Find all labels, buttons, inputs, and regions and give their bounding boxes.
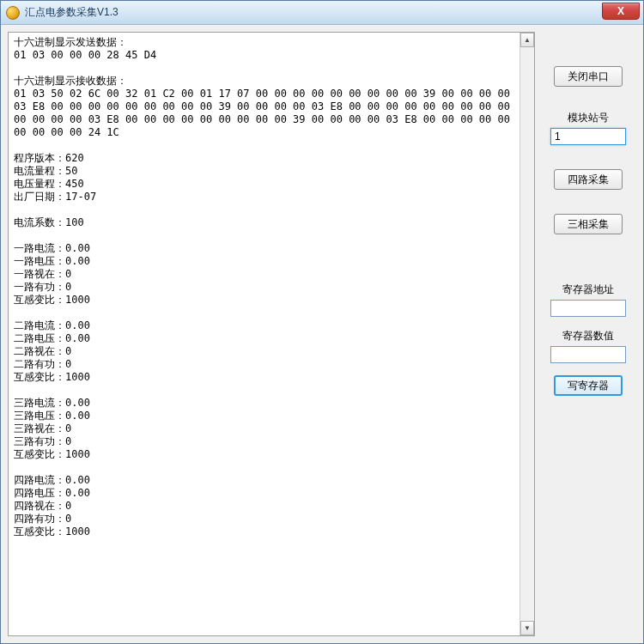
register-value-label: 寄存器数值 [562,329,614,343]
titlebar: 汇点电参数采集V1.3 X [1,1,643,25]
register-address-label: 寄存器地址 [562,283,614,297]
four-channel-button[interactable]: 四路采集 [554,169,623,190]
station-input[interactable] [550,128,626,145]
register-value-input[interactable] [550,346,626,363]
register-address-input[interactable] [550,300,626,317]
write-register-button[interactable]: 写寄存器 [554,375,623,396]
three-phase-button[interactable]: 三相采集 [554,214,623,234]
window-title: 汇点电参数采集V1.3 [25,5,118,20]
log-panel: 十六进制显示发送数据： 01 03 00 00 00 28 45 D4 十六进制… [8,32,535,636]
scroll-up-icon[interactable]: ▲ [520,33,534,47]
close-icon[interactable]: X [602,3,640,20]
vertical-scrollbar[interactable]: ▲ ▼ [519,33,534,635]
app-icon [6,6,20,20]
close-port-button[interactable]: 关闭串口 [554,66,623,87]
content-area: 十六进制显示发送数据： 01 03 00 00 00 28 45 D4 十六进制… [1,25,643,643]
log-textarea[interactable]: 十六进制显示发送数据： 01 03 00 00 00 28 45 D4 十六进制… [9,33,519,635]
sidebar: 关闭串口 模块站号 四路采集 三相采集 寄存器地址 寄存器数值 写寄存器 [540,32,636,636]
scroll-track[interactable] [520,47,534,621]
app-window: 汇点电参数采集V1.3 X 十六进制显示发送数据： 01 03 00 00 00… [0,0,644,644]
station-label: 模块站号 [568,111,609,125]
scroll-down-icon[interactable]: ▼ [520,621,534,635]
